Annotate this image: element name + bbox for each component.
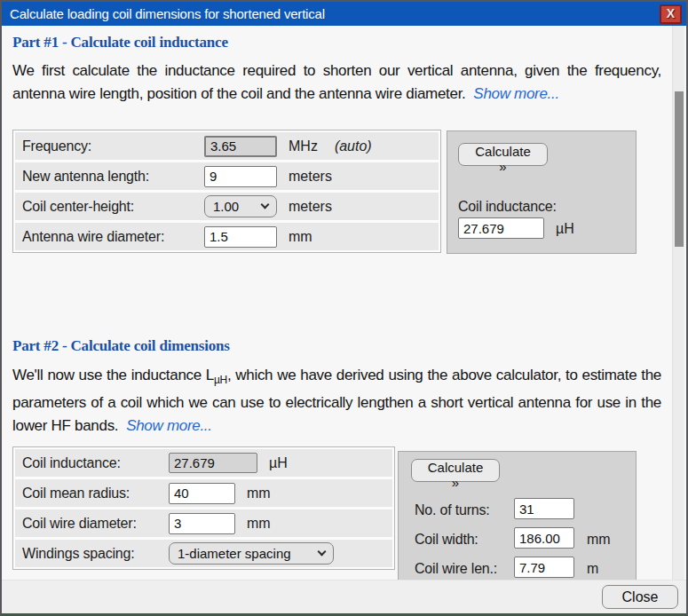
antenna-length-field[interactable] bbox=[204, 166, 277, 187]
part2-paragraph: We'll now use the inductance LµH, which … bbox=[12, 364, 661, 438]
coil-inductance-unit: µH bbox=[269, 455, 288, 471]
windings-spacing-label: Windings spacing: bbox=[22, 546, 169, 562]
coil-inductance-label: Coil inductance: bbox=[22, 455, 169, 471]
part2-form-table: Coil inductance: µH Coil mean radius: mm… bbox=[12, 446, 395, 570]
wire-diameter-label: Antenna wire diameter: bbox=[22, 229, 204, 245]
windings-spacing-value: 1-diameter spacing bbox=[178, 546, 291, 561]
coil-center-height-row: Coil center-height: 1.00 meters bbox=[15, 193, 439, 220]
part2-heading: Part #2 - Calculate coil dimensions bbox=[12, 337, 230, 355]
dialog-content: Part #1 - Calculate coil inductance We f… bbox=[2, 26, 686, 580]
title-bar: Calculate loading coil dimensions for sh… bbox=[2, 2, 686, 26]
frequency-unit: MHz bbox=[289, 138, 318, 154]
wire-diameter-field[interactable] bbox=[204, 226, 277, 248]
no-of-turns-field[interactable] bbox=[514, 498, 574, 519]
part1-heading: Part #1 - Calculate coil inductance bbox=[12, 34, 228, 51]
coil-inductance-row: Coil inductance: µH bbox=[15, 449, 392, 477]
coil-wire-diameter-field[interactable] bbox=[169, 513, 235, 534]
wire-diameter-row: Antenna wire diameter: mm bbox=[15, 223, 439, 250]
windings-spacing-select[interactable]: 1-diameter spacing bbox=[169, 542, 334, 565]
coil-center-height-label: Coil center-height: bbox=[22, 199, 204, 215]
coil-mean-radius-label: Coil mean radius: bbox=[22, 486, 169, 501]
coil-mean-radius-row: Coil mean radius: mm bbox=[15, 479, 392, 507]
coil-width-unit: mm bbox=[587, 532, 611, 548]
close-button[interactable]: Close bbox=[602, 585, 678, 609]
coil-wire-diameter-row: Coil wire diameter: mm bbox=[15, 509, 392, 537]
coil-wire-diameter-unit: mm bbox=[247, 516, 271, 532]
antenna-length-unit: meters bbox=[289, 169, 332, 185]
coil-center-height-value: 1.00 bbox=[213, 199, 239, 214]
frequency-label: Frequency: bbox=[22, 138, 204, 154]
antenna-length-row: New antenna length: meters bbox=[15, 162, 439, 190]
frequency-row: Frequency: MHz (auto) bbox=[15, 132, 439, 160]
part1-show-more-link[interactable]: Show more... bbox=[473, 85, 559, 102]
part2-paragraph-text: We'll now use the inductance L bbox=[12, 367, 214, 383]
close-icon[interactable]: X bbox=[660, 4, 682, 24]
scrollbar-track[interactable] bbox=[672, 26, 684, 580]
part1-calculate-button[interactable]: Calculate » bbox=[458, 143, 548, 166]
part2-calculate-button[interactable]: Calculate » bbox=[411, 459, 500, 482]
coil-wire-length-field[interactable] bbox=[514, 557, 574, 578]
coil-wire-diameter-label: Coil wire diameter: bbox=[22, 516, 169, 532]
wire-diameter-unit: mm bbox=[289, 229, 312, 245]
frequency-auto-note: (auto) bbox=[335, 138, 372, 154]
coil-mean-radius-unit: mm bbox=[247, 486, 271, 501]
frequency-field bbox=[204, 136, 277, 157]
coil-wire-length-label: Coil wire len.: bbox=[415, 561, 497, 577]
window-title: Calculate loading coil dimensions for sh… bbox=[10, 6, 660, 22]
part2-show-more-link[interactable]: Show more... bbox=[126, 417, 212, 434]
part1-form-table: Frequency: MHz (auto) New antenna length… bbox=[12, 130, 441, 253]
antenna-length-label: New antenna length: bbox=[22, 169, 204, 185]
part1-result-panel: Calculate » Coil inductance: µH bbox=[447, 130, 637, 254]
coil-inductance-result-unit: µH bbox=[556, 221, 574, 237]
coil-center-height-select[interactable]: 1.00 bbox=[204, 195, 277, 217]
coil-inductance-field bbox=[169, 453, 257, 473]
coil-wire-length-unit: m bbox=[587, 561, 598, 577]
windings-spacing-row: Windings spacing: 1-diameter spacing bbox=[15, 540, 392, 567]
chevron-down-icon bbox=[318, 548, 327, 557]
part2-result-panel: Calculate » No. of turns: Coil width: mm… bbox=[398, 451, 637, 580]
coil-inductance-result-field[interactable] bbox=[458, 217, 544, 239]
dialog-window: Calculate loading coil dimensions for sh… bbox=[0, 0, 688, 616]
part1-paragraph-text: We first calculate the inductance requir… bbox=[12, 62, 661, 102]
inductance-subscript: µH bbox=[214, 374, 227, 386]
scrollbar-thumb[interactable] bbox=[675, 91, 684, 247]
coil-width-label: Coil width: bbox=[415, 532, 478, 548]
dialog-footer: Close bbox=[2, 580, 686, 613]
coil-inductance-result-label: Coil inductance: bbox=[458, 199, 557, 215]
coil-mean-radius-field[interactable] bbox=[169, 483, 235, 504]
coil-center-height-unit: meters bbox=[289, 199, 332, 215]
chevron-down-icon bbox=[261, 201, 270, 209]
part1-paragraph: We first calculate the inductance requir… bbox=[12, 59, 661, 106]
coil-width-field[interactable] bbox=[514, 527, 574, 549]
no-of-turns-label: No. of turns: bbox=[415, 502, 490, 518]
